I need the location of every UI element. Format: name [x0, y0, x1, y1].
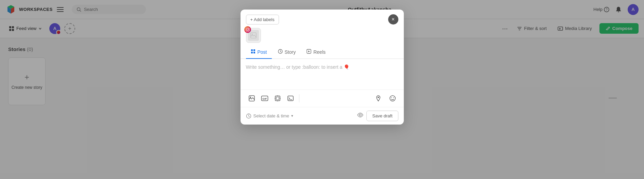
add-emoji-button[interactable] — [387, 93, 398, 104]
svg-rect-19 — [253, 49, 255, 51]
add-labels-button[interactable]: + Add labels — [246, 15, 279, 25]
svg-point-41 — [359, 114, 361, 116]
story-tab-icon — [278, 49, 283, 55]
svg-rect-34 — [288, 96, 293, 101]
add-gif-button[interactable]: GIF — [259, 93, 270, 104]
eye-icon — [357, 112, 364, 118]
svg-rect-29 — [276, 97, 279, 100]
svg-point-37 — [390, 96, 395, 101]
location-icon — [375, 95, 381, 101]
svg-text:GIF: GIF — [262, 97, 267, 100]
add-image-icon — [248, 95, 255, 102]
tab-reels[interactable]: Reels — [302, 46, 330, 59]
modal-toolbar: GIF — [241, 90, 404, 107]
svg-point-15 — [248, 29, 248, 29]
modal-account-row — [241, 25, 404, 44]
select-datetime-label: Select date & time — [253, 113, 290, 118]
save-draft-label: Save draft — [372, 113, 392, 118]
reels-tab-label: Reels — [313, 49, 326, 55]
emoji-icon — [389, 95, 396, 102]
svg-point-39 — [393, 97, 394, 98]
toolbar-divider — [299, 94, 299, 102]
modal-tabs: Post Story Reels — [241, 46, 404, 59]
add-carousel-button[interactable] — [272, 93, 283, 104]
post-tab-label: Post — [258, 49, 267, 55]
svg-point-14 — [247, 29, 248, 31]
reels-tab-icon — [307, 49, 311, 55]
svg-point-25 — [250, 97, 251, 98]
post-tab-icon — [251, 49, 255, 55]
svg-rect-20 — [251, 52, 253, 53]
chevron-down-icon: ▾ — [291, 114, 293, 118]
select-datetime-button[interactable]: Select date & time ▾ — [246, 113, 294, 119]
svg-rect-28 — [275, 96, 280, 101]
svg-point-36 — [378, 97, 379, 98]
mention-icon — [287, 95, 294, 102]
instagram-icon — [246, 28, 250, 32]
svg-rect-21 — [253, 52, 255, 53]
image-placeholder-icon — [250, 32, 257, 38]
modal-bottom: Select date & time ▾ Save draft — [241, 107, 404, 125]
compose-modal: + Add labels × — [241, 10, 404, 125]
svg-point-38 — [391, 97, 392, 98]
svg-rect-18 — [251, 49, 253, 51]
tab-story[interactable]: Story — [273, 46, 301, 59]
story-tab-label: Story — [285, 49, 296, 55]
close-icon: × — [392, 16, 395, 22]
add-image-button[interactable] — [246, 93, 258, 104]
compose-area[interactable]: Write something… or type :balloon: to in… — [241, 59, 404, 90]
compose-placeholder: Write something… or type :balloon: to in… — [246, 64, 398, 71]
add-labels-label: + Add labels — [250, 17, 275, 22]
save-draft-button[interactable]: Save draft — [366, 111, 398, 121]
instagram-badge — [244, 26, 251, 33]
add-carousel-icon — [274, 95, 281, 102]
svg-point-17 — [252, 34, 253, 35]
account-avatar[interactable] — [246, 28, 261, 43]
clock-icon — [246, 113, 251, 119]
tab-post[interactable]: Post — [246, 46, 272, 59]
add-mention-button[interactable] — [285, 93, 296, 104]
toolbar-right — [373, 93, 398, 104]
svg-rect-13 — [246, 28, 249, 31]
close-modal-button[interactable]: × — [388, 14, 398, 25]
preview-button[interactable] — [357, 112, 364, 120]
add-location-button[interactable] — [373, 93, 384, 104]
modal-header: + Add labels × — [241, 10, 404, 25]
add-gif-icon: GIF — [261, 95, 268, 102]
